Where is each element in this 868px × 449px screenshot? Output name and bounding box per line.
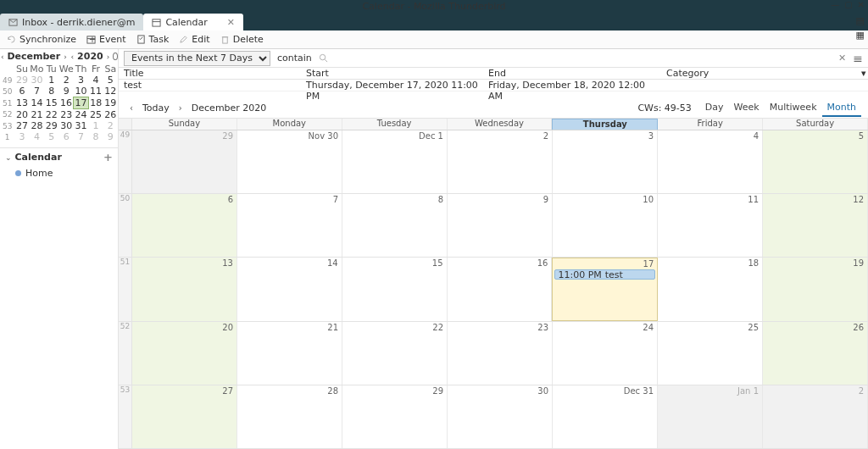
day-cell[interactable]: 23 bbox=[448, 322, 553, 385]
day-cell[interactable]: 26 bbox=[763, 322, 868, 385]
day-cell[interactable]: 8 bbox=[342, 194, 448, 257]
tab-calendar[interactable]: Calendar ✕ bbox=[143, 14, 243, 30]
day-cell[interactable]: 5 bbox=[763, 130, 868, 193]
next-period-icon[interactable]: › bbox=[175, 103, 186, 113]
day-cell[interactable]: Jan 1 bbox=[658, 385, 763, 448]
day-cell[interactable]: Dec 31 bbox=[553, 385, 658, 448]
view-day[interactable]: Day bbox=[700, 99, 729, 117]
event-icon: + bbox=[86, 35, 96, 44]
day-cell[interactable]: 3 bbox=[553, 130, 658, 193]
day-cell[interactable]: 2 bbox=[763, 385, 868, 448]
view-multiweek[interactable]: Multiweek bbox=[765, 99, 822, 117]
col-end[interactable]: End bbox=[483, 68, 661, 79]
day-cell[interactable]: 27 bbox=[132, 385, 237, 448]
svg-text:+: + bbox=[89, 35, 96, 44]
current-period-label: December 2020 bbox=[192, 103, 267, 114]
calendar-item-home[interactable]: Home bbox=[0, 166, 118, 180]
calendar-event[interactable]: 11:00 PMtest bbox=[554, 269, 655, 280]
today-pane-icon[interactable]: ▦ bbox=[856, 30, 865, 41]
window-close-icon[interactable]: ✕ bbox=[858, 0, 865, 9]
filter-search-input[interactable] bbox=[331, 53, 826, 64]
tab-close-icon[interactable]: ✕ bbox=[227, 17, 235, 28]
month-grid-header: SundayMondayTuesdayWednesdayThursdayFrid… bbox=[119, 119, 868, 130]
today-dot-icon[interactable] bbox=[113, 53, 118, 60]
svg-line-10 bbox=[325, 59, 327, 62]
day-cell[interactable]: 10 bbox=[553, 194, 658, 257]
new-event-button[interactable]: + Event bbox=[86, 34, 126, 45]
day-cell[interactable]: 25 bbox=[658, 322, 763, 385]
day-cell[interactable]: 14 bbox=[237, 258, 342, 320]
window-maximize-icon[interactable]: ▢ bbox=[844, 0, 852, 9]
day-cell[interactable]: 11 bbox=[658, 194, 763, 257]
sidebar: ‹ December › ‹ 2020 › SuMoTuWeThFrSa4929… bbox=[0, 49, 119, 449]
day-cell[interactable]: 6 bbox=[132, 194, 237, 257]
day-cell[interactable]: 13 bbox=[132, 258, 237, 320]
day-cell[interactable]: 29 bbox=[342, 385, 448, 448]
sync-icon bbox=[7, 35, 16, 44]
add-calendar-icon[interactable]: + bbox=[103, 151, 113, 164]
sidebar-toggle-icon[interactable]: ▤ bbox=[856, 15, 865, 26]
day-cell[interactable]: 29 bbox=[132, 130, 237, 193]
day-header: Thursday bbox=[552, 119, 658, 130]
col-category[interactable]: Category bbox=[661, 68, 856, 79]
window-titlebar: Calendar - Mozilla Thunderbird — ▢ ✕ bbox=[0, 0, 868, 13]
day-cell[interactable]: 20 bbox=[132, 322, 237, 385]
prev-month-icon[interactable]: ‹ bbox=[0, 53, 4, 61]
minical-month[interactable]: December bbox=[7, 51, 60, 62]
day-cell[interactable]: Nov 30 bbox=[237, 130, 342, 193]
day-cell[interactable]: 15 bbox=[342, 258, 448, 320]
next-month-icon[interactable]: › bbox=[63, 53, 67, 61]
column-picker-icon[interactable]: ▾ bbox=[856, 68, 868, 79]
day-cell[interactable]: 4 bbox=[658, 130, 763, 193]
svg-rect-7 bbox=[222, 37, 227, 43]
today-button[interactable]: Today bbox=[142, 103, 170, 114]
event-list-row[interactable]: test Thursday, December 17, 2020 11:00 P… bbox=[119, 80, 868, 91]
day-cell[interactable]: 28 bbox=[237, 385, 342, 448]
tab-inbox[interactable]: Inbox - derrik.diener@m bbox=[0, 14, 143, 30]
day-cell[interactable]: 12 bbox=[763, 194, 868, 257]
tab-calendar-label: Calendar bbox=[165, 17, 207, 28]
day-cell[interactable]: 2 bbox=[448, 130, 553, 193]
day-cell[interactable]: 30 bbox=[448, 385, 553, 448]
delete-button[interactable]: Delete bbox=[220, 34, 264, 45]
day-header: Friday bbox=[658, 119, 763, 130]
prev-year-icon[interactable]: ‹ bbox=[70, 53, 75, 61]
day-cell[interactable]: Dec 1 bbox=[342, 130, 448, 193]
col-title[interactable]: Title bbox=[119, 68, 301, 79]
day-cell[interactable]: 21 bbox=[237, 322, 342, 385]
day-cell[interactable]: 19 bbox=[763, 258, 868, 320]
filter-bar: Events in the Next 7 Days contain ✕ ≡ bbox=[119, 49, 868, 68]
svg-rect-1 bbox=[153, 19, 160, 25]
search-icon bbox=[319, 53, 328, 63]
calendar-weeks-label: CWs: 49-53 bbox=[637, 103, 691, 114]
day-cell[interactable]: 24 bbox=[553, 322, 658, 385]
view-month[interactable]: Month bbox=[822, 99, 861, 117]
col-start[interactable]: Start bbox=[301, 68, 483, 79]
toolbar: Synchronize + Event Task Edit Delete bbox=[0, 30, 868, 49]
day-header: Tuesday bbox=[342, 119, 448, 130]
prev-period-icon[interactable]: ‹ bbox=[125, 103, 137, 113]
day-cell[interactable]: 9 bbox=[448, 194, 553, 257]
view-week[interactable]: Week bbox=[729, 99, 765, 117]
day-cell[interactable]: 22 bbox=[342, 322, 448, 385]
next-year-icon[interactable]: › bbox=[106, 53, 110, 61]
events-filter-select[interactable]: Events in the Next 7 Days bbox=[124, 51, 270, 66]
calendar-list-header[interactable]: ⌄ Calendar + bbox=[0, 148, 118, 166]
day-cell[interactable]: 7 bbox=[237, 194, 342, 257]
edit-button[interactable]: Edit bbox=[179, 34, 209, 45]
window-minimize-icon[interactable]: — bbox=[831, 0, 839, 9]
day-cell[interactable]: 1711:00 PMtest bbox=[552, 258, 658, 320]
calendar-icon bbox=[152, 18, 161, 27]
trash-icon bbox=[220, 35, 230, 44]
tab-inbox-label: Inbox - derrik.diener@m bbox=[22, 17, 135, 28]
clear-filter-icon[interactable]: ✕ bbox=[838, 53, 846, 64]
day-cell[interactable]: 18 bbox=[658, 258, 763, 320]
day-cell[interactable]: 16 bbox=[448, 258, 553, 320]
sync-button[interactable]: Synchronize bbox=[7, 34, 76, 45]
view-switcher: Day Week Multiweek Month bbox=[700, 99, 861, 117]
month-grid[interactable]: 4929Nov 30Dec 12345506789101112511314151… bbox=[119, 130, 868, 449]
new-task-button[interactable]: Task bbox=[136, 34, 170, 45]
minical-year[interactable]: 2020 bbox=[77, 51, 103, 62]
mini-calendar[interactable]: SuMoTuWeThFrSa49293012345506789101112511… bbox=[0, 64, 118, 142]
app-menu-icon[interactable]: ≡ bbox=[853, 52, 863, 65]
